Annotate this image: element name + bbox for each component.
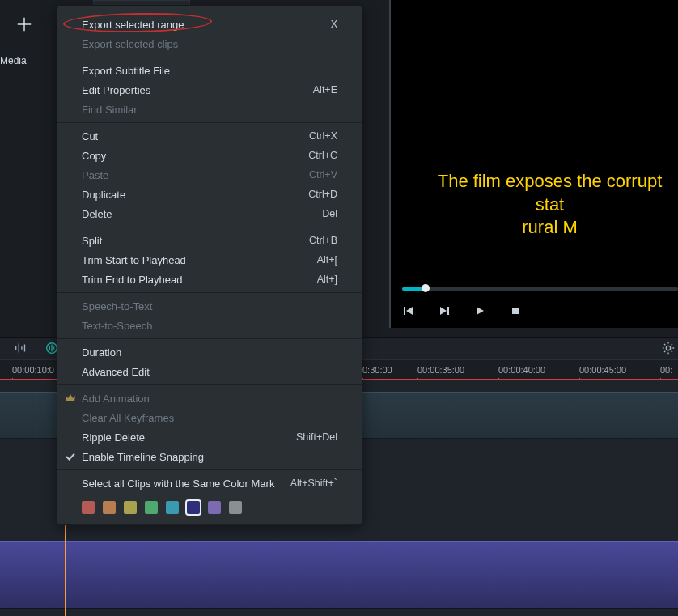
scrubber-thumb[interactable] [422,284,430,292]
menu-item-shortcut: Del [322,208,337,219]
tab-media[interactable]: Media [0,55,27,66]
ruler-tick: 0:30:00 [362,365,392,375]
ruler-tick: 00:00:40:00 [498,365,545,375]
menu-item-shortcut: Ctrl+X [309,130,337,142]
stop-button[interactable] [509,304,522,317]
preview-scrubber[interactable] [402,283,678,295]
menu-item-find-similar: Find Similar [57,100,362,119]
menu-item-shortcut: Alt+] [317,274,337,285]
menu-item-label: Select all Clips with the Same Color Mar… [82,478,290,490]
menu-item-duration[interactable]: Duration [57,342,362,362]
menu-item-edit-properties[interactable]: Edit PropertiesAlt+E [57,80,362,100]
menu-item-trim-start-to-playhead[interactable]: Trim Start to PlayheadAlt+[ [57,250,362,270]
color-swatch[interactable] [82,501,95,514]
menu-item-cut[interactable]: CutCtrl+X [57,126,362,146]
color-mark-row [57,496,362,519]
menu-item-label: Advanced Edit [82,366,337,378]
svg-rect-7 [512,308,519,314]
prev-frame-button[interactable] [402,304,415,317]
menu-item-export-subtitle-file[interactable]: Export Subtitle File [57,61,362,80]
menu-item-add-animation: Add Animation [57,389,362,408]
ruler-tick: 00:00:10:0 [12,365,54,375]
preview-panel: The film exposes the corrupt stat rural … [389,0,678,328]
menu-item-label: Ripple Delete [82,431,296,444]
menu-item-shortcut: Alt+E [313,84,337,96]
ruler-tick: 00:00:45:00 [579,365,626,375]
menu-item-label: Trim End to Playhead [82,274,317,286]
menu-item-shortcut: Alt+Shift+` [290,478,337,489]
menu-item-export-selected-range[interactable]: Export selected rangeX [57,15,362,34]
menu-item-label: Duplicate [82,189,308,201]
svg-marker-3 [406,307,413,315]
menu-item-ripple-delete[interactable]: Ripple DeleteShift+Del [57,427,362,447]
menu-item-trim-end-to-playhead[interactable]: Trim End to PlayheadAlt+] [57,270,362,289]
menu-item-label: Trim Start to Playhead [82,254,317,266]
menu-item-shortcut: Ctrl+B [309,235,337,246]
menu-item-duplicate[interactable]: DuplicateCtrl+D [57,185,362,204]
color-swatch[interactable] [145,501,158,514]
menu-item-label: Export selected clips [82,38,337,50]
transport-controls [402,304,522,317]
menu-item-shortcut: Ctrl+D [308,189,337,200]
check-icon [64,450,77,463]
menu-item-label: Text-to-Speech [82,320,337,332]
menu-item-shortcut: Shift+Del [296,431,337,443]
menu-item-label: Split [82,235,309,247]
menu-item-label: Find Similar [82,104,337,116]
menu-item-label: Speech-to-Text [82,300,337,312]
menu-item-select-all-clips-with-the-same-color-mark[interactable]: Select all Clips with the Same Color Mar… [57,474,362,493]
menu-item-shortcut: Alt+[ [317,254,337,266]
menu-item-speech-to-text: Speech-to-Text [57,296,362,316]
menu-item-text-to-speech: Text-to-Speech [57,316,362,335]
preview-frame: The film exposes the corrupt stat rural … [391,0,678,264]
menu-item-label: Copy [82,150,308,162]
menu-item-copy[interactable]: CopyCtrl+C [57,146,362,165]
next-frame-button[interactable] [438,304,451,317]
menu-item-enable-timeline-snapping[interactable]: Enable Timeline Snapping [57,447,362,466]
menu-item-shortcut: Ctrl+C [308,150,337,161]
play-button[interactable] [473,304,486,317]
menu-item-delete[interactable]: DeleteDel [57,204,362,223]
subtitle-line-2: rural M [522,217,577,237]
menu-item-shortcut: X [331,19,337,30]
subtitle-line-1: The film exposes the corrupt stat [438,171,663,215]
panel-edge-fragment [93,0,190,5]
preview-subtitle: The film exposes the corrupt stat rural … [391,170,678,248]
svg-marker-6 [477,307,484,315]
menu-item-label: Add Animation [82,393,337,405]
menu-item-label: Duration [82,346,337,359]
menu-item-label: Export selected range [82,19,331,31]
waveform-icon[interactable] [11,338,31,358]
menu-item-label: Clear All Keyframes [82,412,337,424]
ruler-tick: 00: [660,365,672,375]
color-swatch[interactable] [166,501,179,514]
add-button[interactable] [13,13,36,36]
menu-item-label: Paste [82,169,309,181]
menu-item-advanced-edit[interactable]: Advanced Edit [57,362,362,381]
ruler-tick: 00:00:35:00 [417,365,464,375]
menu-item-label: Edit Properties [82,84,313,96]
color-swatch[interactable] [208,501,221,514]
menu-item-split[interactable]: SplitCtrl+B [57,231,362,250]
svg-marker-4 [440,307,447,315]
svg-point-16 [666,346,670,350]
menu-item-clear-all-keyframes: Clear All Keyframes [57,408,362,427]
color-swatch[interactable] [124,501,137,514]
color-swatch[interactable] [187,501,200,514]
menu-item-paste: PasteCtrl+V [57,165,362,185]
menu-item-shortcut: Ctrl+V [309,169,337,181]
crown-icon [64,392,77,405]
context-menu: Export selected rangeXExport selected cl… [57,6,362,525]
menu-item-label: Delete [82,208,322,220]
settings-icon[interactable] [659,338,678,358]
video-track-clip[interactable] [0,541,678,609]
menu-item-label: Export Subtitle File [82,65,337,77]
menu-item-label: Cut [82,130,309,142]
menu-item-export-selected-clips: Export selected clips [57,34,362,53]
color-swatch[interactable] [229,501,242,514]
color-swatch[interactable] [103,501,116,514]
menu-item-label: Enable Timeline Snapping [82,451,337,463]
svg-rect-2 [404,307,405,315]
scrubber-track[interactable] [402,287,678,291]
svg-rect-5 [447,307,449,315]
